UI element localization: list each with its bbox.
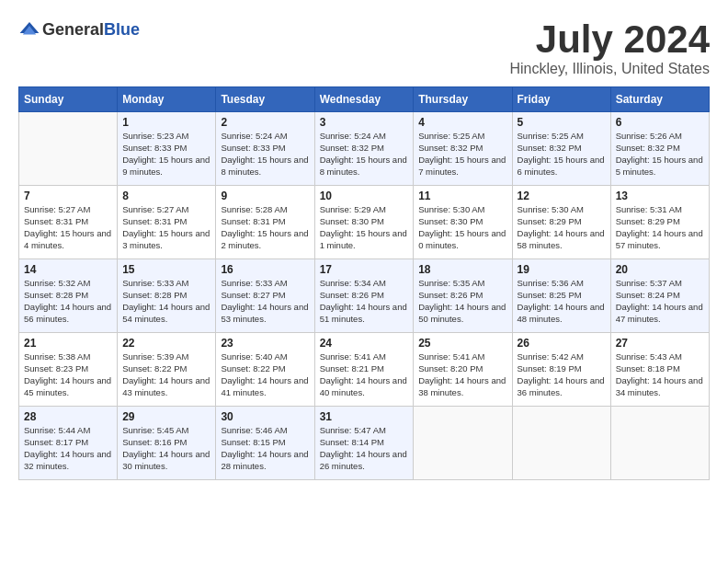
day-info: Sunrise: 5:47 AMSunset: 8:14 PMDaylight:… [320, 425, 409, 472]
day-number: 22 [122, 337, 210, 350]
day-info: Sunrise: 5:34 AMSunset: 8:26 PMDaylight:… [320, 278, 409, 325]
logo-icon [18, 18, 40, 40]
day-number: 29 [122, 410, 210, 423]
week-row-4: 21Sunrise: 5:38 AMSunset: 8:23 PMDayligh… [19, 333, 710, 407]
day-info: Sunrise: 5:32 AMSunset: 8:28 PMDaylight:… [24, 278, 112, 325]
day-info: Sunrise: 5:24 AMSunset: 8:33 PMDaylight:… [221, 131, 309, 178]
day-info: Sunrise: 5:28 AMSunset: 8:31 PMDaylight:… [221, 204, 309, 251]
day-cell: 17Sunrise: 5:34 AMSunset: 8:26 PMDayligh… [314, 259, 414, 333]
day-number: 4 [418, 116, 506, 129]
day-info: Sunrise: 5:42 AMSunset: 8:19 PMDaylight:… [518, 351, 606, 398]
day-cell: 18Sunrise: 5:35 AMSunset: 8:26 PMDayligh… [414, 259, 512, 333]
day-cell [414, 407, 512, 480]
day-info: Sunrise: 5:27 AMSunset: 8:31 PMDaylight:… [24, 204, 112, 251]
day-number: 14 [24, 263, 112, 276]
day-cell: 21Sunrise: 5:38 AMSunset: 8:23 PMDayligh… [19, 333, 118, 407]
day-info: Sunrise: 5:44 AMSunset: 8:17 PMDaylight:… [24, 425, 112, 472]
week-row-3: 14Sunrise: 5:32 AMSunset: 8:28 PMDayligh… [19, 259, 710, 333]
title-block: July 2024 Hinckley, Illinois, United Sta… [509, 18, 710, 77]
day-number: 2 [221, 116, 309, 129]
day-number: 18 [418, 263, 506, 276]
day-info: Sunrise: 5:33 AMSunset: 8:28 PMDaylight:… [122, 278, 210, 325]
day-cell: 31Sunrise: 5:47 AMSunset: 8:14 PMDayligh… [314, 407, 414, 480]
day-info: Sunrise: 5:23 AMSunset: 8:33 PMDaylight:… [122, 131, 210, 178]
day-cell [610, 407, 709, 480]
day-cell: 8Sunrise: 5:27 AMSunset: 8:31 PMDaylight… [118, 186, 216, 259]
day-cell: 25Sunrise: 5:41 AMSunset: 8:20 PMDayligh… [414, 333, 512, 407]
day-info: Sunrise: 5:33 AMSunset: 8:27 PMDaylight:… [221, 278, 309, 325]
day-number: 7 [24, 190, 112, 202]
day-info: Sunrise: 5:25 AMSunset: 8:32 PMDaylight:… [418, 131, 506, 178]
day-cell: 6Sunrise: 5:26 AMSunset: 8:32 PMDaylight… [610, 112, 709, 186]
day-info: Sunrise: 5:30 AMSunset: 8:30 PMDaylight:… [418, 204, 506, 251]
day-info: Sunrise: 5:25 AMSunset: 8:32 PMDaylight:… [518, 131, 606, 178]
day-number: 23 [221, 337, 309, 350]
day-cell: 29Sunrise: 5:45 AMSunset: 8:16 PMDayligh… [118, 407, 216, 480]
day-cell: 24Sunrise: 5:41 AMSunset: 8:21 PMDayligh… [314, 333, 414, 407]
day-cell: 14Sunrise: 5:32 AMSunset: 8:28 PMDayligh… [19, 259, 118, 333]
day-number: 6 [616, 116, 704, 129]
page-header: GeneralBlue July 2024 Hinckley, Illinois… [18, 18, 710, 77]
day-info: Sunrise: 5:43 AMSunset: 8:18 PMDaylight:… [616, 351, 704, 398]
day-info: Sunrise: 5:41 AMSunset: 8:21 PMDaylight:… [320, 351, 409, 398]
day-number: 12 [518, 190, 606, 202]
day-number: 11 [418, 190, 506, 202]
header-friday: Friday [512, 87, 610, 112]
day-cell: 15Sunrise: 5:33 AMSunset: 8:28 PMDayligh… [118, 259, 216, 333]
day-info: Sunrise: 5:45 AMSunset: 8:16 PMDaylight:… [122, 425, 210, 472]
day-number: 30 [221, 410, 309, 423]
day-number: 28 [24, 410, 112, 423]
day-cell: 27Sunrise: 5:43 AMSunset: 8:18 PMDayligh… [610, 333, 709, 407]
header-saturday: Saturday [610, 87, 709, 112]
day-cell: 22Sunrise: 5:39 AMSunset: 8:22 PMDayligh… [118, 333, 216, 407]
day-cell: 5Sunrise: 5:25 AMSunset: 8:32 PMDaylight… [512, 112, 610, 186]
day-info: Sunrise: 5:41 AMSunset: 8:20 PMDaylight:… [418, 351, 506, 398]
day-number: 26 [518, 337, 606, 350]
day-number: 16 [221, 263, 309, 276]
week-row-5: 28Sunrise: 5:44 AMSunset: 8:17 PMDayligh… [19, 407, 710, 480]
day-cell [19, 112, 118, 186]
day-number: 21 [24, 337, 112, 350]
header-sunday: Sunday [19, 87, 118, 112]
header-thursday: Thursday [414, 87, 512, 112]
day-cell: 7Sunrise: 5:27 AMSunset: 8:31 PMDaylight… [19, 186, 118, 259]
day-cell: 10Sunrise: 5:29 AMSunset: 8:30 PMDayligh… [314, 186, 414, 259]
day-number: 25 [418, 337, 506, 350]
header-row: SundayMondayTuesdayWednesdayThursdayFrid… [19, 87, 710, 112]
day-cell: 4Sunrise: 5:25 AMSunset: 8:32 PMDaylight… [414, 112, 512, 186]
day-number: 5 [518, 116, 606, 129]
week-row-1: 1Sunrise: 5:23 AMSunset: 8:33 PMDaylight… [19, 112, 710, 186]
day-number: 15 [122, 263, 210, 276]
day-number: 13 [616, 190, 704, 202]
logo-text-general: General [42, 20, 104, 39]
day-cell: 30Sunrise: 5:46 AMSunset: 8:15 PMDayligh… [216, 407, 314, 480]
day-number: 27 [616, 337, 704, 350]
day-cell: 16Sunrise: 5:33 AMSunset: 8:27 PMDayligh… [216, 259, 314, 333]
day-info: Sunrise: 5:26 AMSunset: 8:32 PMDaylight:… [616, 131, 704, 178]
day-info: Sunrise: 5:38 AMSunset: 8:23 PMDaylight:… [24, 351, 112, 398]
day-info: Sunrise: 5:24 AMSunset: 8:32 PMDaylight:… [320, 131, 409, 178]
day-cell [512, 407, 610, 480]
logo: GeneralBlue [18, 18, 140, 40]
day-cell: 11Sunrise: 5:30 AMSunset: 8:30 PMDayligh… [414, 186, 512, 259]
day-info: Sunrise: 5:29 AMSunset: 8:30 PMDaylight:… [320, 204, 409, 251]
day-info: Sunrise: 5:46 AMSunset: 8:15 PMDaylight:… [221, 425, 309, 472]
day-info: Sunrise: 5:36 AMSunset: 8:25 PMDaylight:… [518, 278, 606, 325]
day-info: Sunrise: 5:27 AMSunset: 8:31 PMDaylight:… [122, 204, 210, 251]
day-cell: 12Sunrise: 5:30 AMSunset: 8:29 PMDayligh… [512, 186, 610, 259]
day-info: Sunrise: 5:40 AMSunset: 8:22 PMDaylight:… [221, 351, 309, 398]
logo-text-blue: Blue [104, 20, 140, 39]
day-info: Sunrise: 5:39 AMSunset: 8:22 PMDaylight:… [122, 351, 210, 398]
location-title: Hinckley, Illinois, United States [509, 61, 710, 77]
header-monday: Monday [118, 87, 216, 112]
header-tuesday: Tuesday [216, 87, 314, 112]
day-cell: 23Sunrise: 5:40 AMSunset: 8:22 PMDayligh… [216, 333, 314, 407]
header-wednesday: Wednesday [314, 87, 414, 112]
day-cell: 26Sunrise: 5:42 AMSunset: 8:19 PMDayligh… [512, 333, 610, 407]
day-cell: 19Sunrise: 5:36 AMSunset: 8:25 PMDayligh… [512, 259, 610, 333]
day-number: 24 [320, 337, 409, 350]
day-cell: 28Sunrise: 5:44 AMSunset: 8:17 PMDayligh… [19, 407, 118, 480]
day-cell: 9Sunrise: 5:28 AMSunset: 8:31 PMDaylight… [216, 186, 314, 259]
day-number: 10 [320, 190, 409, 202]
day-cell: 3Sunrise: 5:24 AMSunset: 8:32 PMDaylight… [314, 112, 414, 186]
